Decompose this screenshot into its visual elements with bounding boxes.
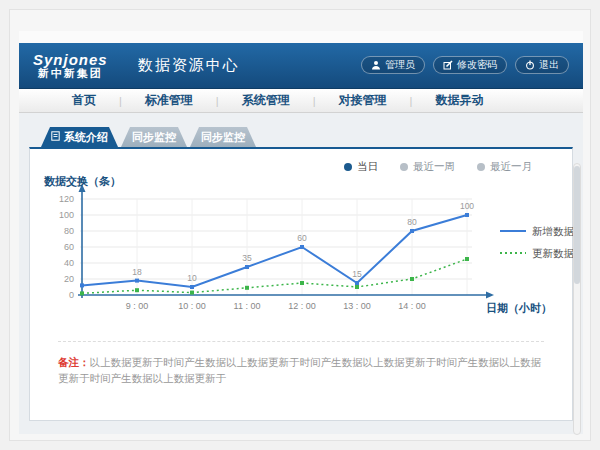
svg-text:35: 35	[242, 253, 252, 263]
svg-text:80: 80	[64, 226, 74, 236]
svg-text:100: 100	[59, 210, 74, 220]
svg-text:60: 60	[64, 242, 74, 252]
footnote: 备注：以上数据更新于时间产生数据以上数据更新于时间产生数据以上数据更新于时间产生…	[58, 341, 544, 387]
edit-icon	[443, 60, 453, 70]
tab-label: 系统介绍	[64, 130, 108, 145]
vertical-scrollbar	[573, 163, 581, 435]
logout-label: 退出	[539, 58, 559, 72]
radio-dot-icon	[477, 163, 485, 171]
svg-text:9 : 00: 9 : 00	[126, 301, 149, 311]
svg-text:20: 20	[64, 274, 74, 284]
footnote-prefix: 备注：	[58, 356, 90, 368]
svg-text:0: 0	[69, 290, 74, 300]
svg-text:更新数据: 更新数据	[532, 247, 575, 259]
svg-text:日期（小时）: 日期（小时）	[486, 302, 552, 315]
radio-label: 最近一周	[413, 160, 455, 174]
svg-text:13 : 00: 13 : 00	[343, 301, 371, 311]
header-actions: 管理员 修改密码 退出	[361, 56, 569, 74]
nav-item-home[interactable]: 首页	[49, 92, 119, 109]
svg-text:14 : 00: 14 : 00	[398, 301, 426, 311]
radio-today[interactable]: 当日	[344, 158, 378, 175]
nav-item-interface-mgmt[interactable]: 对接管理	[316, 92, 410, 109]
main-nav: 首页 | 标准管理 | 系统管理 | 对接管理 | 数据异动	[19, 89, 583, 113]
tab-bar: 系统介绍 同步监控 同步监控	[41, 127, 583, 147]
tab-sync-monitor-1[interactable]: 同步监控	[121, 127, 187, 147]
radio-dot-icon	[344, 163, 352, 171]
tab-label: 同步监控	[132, 130, 176, 145]
brand-logo-name: Synjones	[33, 52, 108, 68]
svg-text:18: 18	[132, 267, 142, 277]
chart-container: 0204060801001209 : 0010 : 0011 : 0012 : …	[42, 175, 572, 331]
footnote-text: 以上数据更新于时间产生数据以上数据更新于时间产生数据以上数据更新于时间产生数据以…	[58, 356, 541, 384]
change-password-button[interactable]: 修改密码	[433, 56, 507, 74]
admin-user-label: 管理员	[385, 58, 415, 72]
app-page: Synjones 新中新集团 数据资源中心 管理员 修改密码 退出	[19, 31, 583, 434]
power-icon	[525, 60, 535, 70]
user-icon	[371, 60, 381, 70]
svg-text:12 : 00: 12 : 00	[288, 301, 316, 311]
change-password-label: 修改密码	[457, 58, 497, 72]
period-filter-group: 当日 最近一周 最近一月	[30, 149, 572, 175]
svg-text:10: 10	[187, 273, 197, 283]
content-area: 系统介绍 同步监控 同步监控 当日 最近一周	[19, 127, 583, 448]
radio-label: 最近一月	[490, 160, 532, 174]
svg-text:80: 80	[407, 217, 417, 227]
data-exchange-line-chart: 0204060801001209 : 0010 : 0011 : 0012 : …	[42, 175, 582, 327]
brand-logo: Synjones 新中新集团	[33, 52, 108, 79]
tab-sync-monitor-2[interactable]: 同步监控	[190, 127, 256, 147]
radio-last-week[interactable]: 最近一周	[400, 158, 455, 175]
radio-last-month[interactable]: 最近一月	[477, 158, 532, 175]
svg-text:120: 120	[59, 194, 74, 204]
svg-text:11 : 00: 11 : 00	[234, 301, 261, 311]
tab-system-intro[interactable]: 系统介绍	[41, 127, 118, 147]
nav-item-system-mgmt[interactable]: 系统管理	[219, 92, 313, 109]
svg-text:15: 15	[352, 269, 362, 279]
page-top-strip	[19, 31, 583, 43]
page-title: 数据资源中心	[124, 56, 240, 75]
tab-label: 同步监控	[201, 130, 245, 145]
document-icon	[51, 131, 60, 143]
brand-logo-cn: 新中新集团	[33, 68, 108, 80]
svg-text:60: 60	[297, 233, 307, 243]
radio-dot-icon	[400, 163, 408, 171]
nav-item-data-change[interactable]: 数据异动	[412, 92, 506, 109]
chart-panel: 当日 最近一周 最近一月 0204060801001209 : 0010 : 0…	[29, 147, 573, 421]
svg-text:10 : 00: 10 : 00	[178, 301, 206, 311]
admin-user-button[interactable]: 管理员	[361, 56, 425, 74]
svg-text:100: 100	[460, 201, 474, 211]
nav-item-standard-mgmt[interactable]: 标准管理	[122, 92, 216, 109]
app-header: Synjones 新中新集团 数据资源中心 管理员 修改密码 退出	[19, 43, 583, 89]
radio-label: 当日	[357, 160, 378, 174]
svg-text:40: 40	[64, 258, 74, 268]
scrollbar-thumb[interactable]	[574, 166, 580, 284]
svg-text:数据交换（条）: 数据交换（条）	[43, 175, 121, 188]
logout-button[interactable]: 退出	[515, 56, 569, 74]
window-frame: Synjones 新中新集团 数据资源中心 管理员 修改密码 退出	[9, 9, 591, 441]
svg-text:新增数据: 新增数据	[532, 225, 575, 237]
